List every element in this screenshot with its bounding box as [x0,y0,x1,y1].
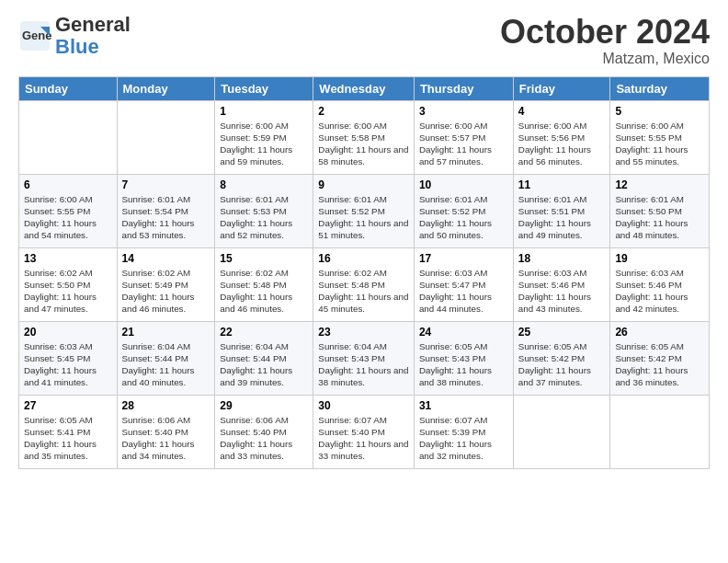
day-number: 12 [615,178,704,191]
month-title: October 2024 [500,14,710,51]
week-row-4: 27Sunrise: 6:05 AM Sunset: 5:41 PM Dayli… [19,395,710,468]
day-cell [610,395,710,468]
day-cell: 22Sunrise: 6:04 AM Sunset: 5:44 PM Dayli… [215,321,313,395]
day-detail: Sunrise: 6:06 AM Sunset: 5:40 PM Dayligh… [122,414,210,463]
day-cell: 2Sunrise: 6:00 AM Sunset: 5:58 PM Daylig… [313,100,415,174]
day-number: 9 [318,178,409,191]
day-detail: Sunrise: 6:04 AM Sunset: 5:43 PM Dayligh… [318,340,409,389]
header-monday: Monday [117,76,215,100]
day-number: 30 [318,399,409,412]
calendar-table: Sunday Monday Tuesday Wednesday Thursday… [18,76,710,469]
day-number: 15 [220,252,308,265]
day-cell: 17Sunrise: 6:03 AM Sunset: 5:47 PM Dayli… [414,247,513,321]
day-cell: 26Sunrise: 6:05 AM Sunset: 5:42 PM Dayli… [610,321,710,395]
day-detail: Sunrise: 6:03 AM Sunset: 5:46 PM Dayligh… [518,267,606,316]
day-cell: 28Sunrise: 6:06 AM Sunset: 5:40 PM Dayli… [117,395,215,468]
day-number: 21 [122,326,210,339]
day-number: 20 [24,326,112,339]
day-cell [513,395,610,468]
weekday-header-row: Sunday Monday Tuesday Wednesday Thursday… [19,76,710,100]
day-number: 27 [24,399,112,412]
day-detail: Sunrise: 6:02 AM Sunset: 5:48 PM Dayligh… [318,267,409,316]
day-detail: Sunrise: 6:05 AM Sunset: 5:42 PM Dayligh… [615,340,704,389]
day-cell: 4Sunrise: 6:00 AM Sunset: 5:56 PM Daylig… [513,100,610,174]
day-detail: Sunrise: 6:01 AM Sunset: 5:52 PM Dayligh… [318,193,409,242]
week-row-3: 20Sunrise: 6:03 AM Sunset: 5:45 PM Dayli… [19,321,710,395]
day-cell: 21Sunrise: 6:04 AM Sunset: 5:44 PM Dayli… [117,321,215,395]
day-number: 23 [318,326,409,339]
day-cell: 10Sunrise: 6:01 AM Sunset: 5:52 PM Dayli… [414,174,513,247]
day-detail: Sunrise: 6:03 AM Sunset: 5:45 PM Dayligh… [24,340,112,389]
day-detail: Sunrise: 6:05 AM Sunset: 5:42 PM Dayligh… [518,340,606,389]
day-number: 22 [220,326,308,339]
day-number: 3 [419,105,508,118]
day-cell: 31Sunrise: 6:07 AM Sunset: 5:39 PM Dayli… [414,395,513,468]
day-number: 31 [419,399,508,412]
day-detail: Sunrise: 6:07 AM Sunset: 5:39 PM Dayligh… [419,414,508,463]
day-detail: Sunrise: 6:01 AM Sunset: 5:51 PM Dayligh… [518,193,606,242]
day-cell: 25Sunrise: 6:05 AM Sunset: 5:42 PM Dayli… [513,321,610,395]
day-detail: Sunrise: 6:02 AM Sunset: 5:50 PM Dayligh… [24,267,112,316]
header-sunday: Sunday [19,76,118,100]
day-number: 18 [518,252,606,265]
day-number: 16 [318,252,409,265]
header-saturday: Saturday [610,76,710,100]
day-number: 4 [518,105,606,118]
day-number: 6 [24,178,112,191]
location: Matzam, Mexico [500,51,710,67]
day-detail: Sunrise: 6:01 AM Sunset: 5:50 PM Dayligh… [615,193,704,242]
day-cell [117,100,215,174]
day-number: 28 [122,399,210,412]
day-number: 13 [24,252,112,265]
week-row-0: 1Sunrise: 6:00 AM Sunset: 5:59 PM Daylig… [19,100,710,174]
day-detail: Sunrise: 6:01 AM Sunset: 5:54 PM Dayligh… [122,193,210,242]
day-cell: 18Sunrise: 6:03 AM Sunset: 5:46 PM Dayli… [513,247,610,321]
day-number: 19 [615,252,704,265]
day-number: 14 [122,252,210,265]
day-number: 25 [518,326,606,339]
day-number: 1 [220,105,308,118]
day-cell: 9Sunrise: 6:01 AM Sunset: 5:52 PM Daylig… [313,174,415,247]
logo-text: GeneralBlue [55,14,131,58]
title-block: October 2024 Matzam, Mexico [500,14,710,67]
header-tuesday: Tuesday [215,76,313,100]
day-number: 24 [419,326,508,339]
day-detail: Sunrise: 6:01 AM Sunset: 5:53 PM Dayligh… [220,193,308,242]
header: General GeneralBlue October 2024 Matzam,… [18,14,710,67]
day-detail: Sunrise: 6:00 AM Sunset: 5:55 PM Dayligh… [615,120,704,168]
day-detail: Sunrise: 6:06 AM Sunset: 5:40 PM Dayligh… [220,414,308,463]
day-number: 29 [220,399,308,412]
day-cell [19,100,118,174]
day-cell: 11Sunrise: 6:01 AM Sunset: 5:51 PM Dayli… [513,174,610,247]
header-thursday: Thursday [414,76,513,100]
day-number: 5 [615,105,704,118]
day-number: 17 [419,252,508,265]
day-detail: Sunrise: 6:04 AM Sunset: 5:44 PM Dayligh… [122,340,210,389]
day-detail: Sunrise: 6:02 AM Sunset: 5:48 PM Dayligh… [220,267,308,316]
day-cell: 15Sunrise: 6:02 AM Sunset: 5:48 PM Dayli… [215,247,313,321]
day-cell: 29Sunrise: 6:06 AM Sunset: 5:40 PM Dayli… [215,395,313,468]
day-cell: 7Sunrise: 6:01 AM Sunset: 5:54 PM Daylig… [117,174,215,247]
day-detail: Sunrise: 6:05 AM Sunset: 5:41 PM Dayligh… [24,414,112,463]
header-wednesday: Wednesday [313,76,415,100]
logo: General GeneralBlue [18,14,131,58]
day-number: 7 [122,178,210,191]
week-row-1: 6Sunrise: 6:00 AM Sunset: 5:55 PM Daylig… [19,174,710,247]
day-number: 2 [318,105,409,118]
day-cell: 1Sunrise: 6:00 AM Sunset: 5:59 PM Daylig… [215,100,313,174]
day-detail: Sunrise: 6:00 AM Sunset: 5:58 PM Dayligh… [318,120,409,168]
day-cell: 16Sunrise: 6:02 AM Sunset: 5:48 PM Dayli… [313,247,415,321]
day-detail: Sunrise: 6:03 AM Sunset: 5:46 PM Dayligh… [615,267,704,316]
day-cell: 13Sunrise: 6:02 AM Sunset: 5:50 PM Dayli… [19,247,118,321]
page: General GeneralBlue October 2024 Matzam,… [0,0,728,478]
day-cell: 12Sunrise: 6:01 AM Sunset: 5:50 PM Dayli… [610,174,710,247]
day-cell: 24Sunrise: 6:05 AM Sunset: 5:43 PM Dayli… [414,321,513,395]
week-row-2: 13Sunrise: 6:02 AM Sunset: 5:50 PM Dayli… [19,247,710,321]
day-cell: 6Sunrise: 6:00 AM Sunset: 5:55 PM Daylig… [19,174,118,247]
header-friday: Friday [513,76,610,100]
day-detail: Sunrise: 6:00 AM Sunset: 5:57 PM Dayligh… [419,120,508,168]
day-cell: 19Sunrise: 6:03 AM Sunset: 5:46 PM Dayli… [610,247,710,321]
day-detail: Sunrise: 6:01 AM Sunset: 5:52 PM Dayligh… [419,193,508,242]
day-detail: Sunrise: 6:04 AM Sunset: 5:44 PM Dayligh… [220,340,308,389]
day-detail: Sunrise: 6:00 AM Sunset: 5:59 PM Dayligh… [220,120,308,168]
